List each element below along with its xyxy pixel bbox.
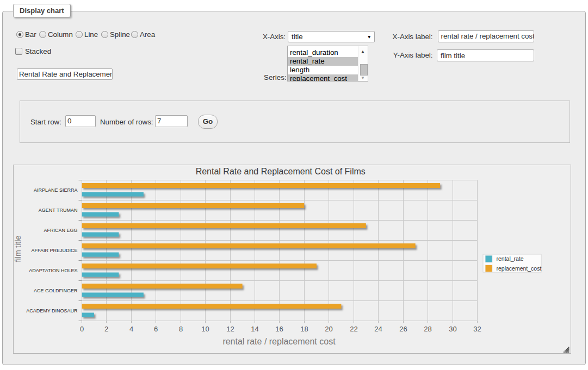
svg-text:12: 12 <box>226 325 234 333</box>
svg-text:rental rate / replacement cost: rental rate / replacement cost <box>222 337 336 346</box>
svg-text:rental_rate: rental_rate <box>497 255 524 262</box>
svg-text:AGENT TRUMAN: AGENT TRUMAN <box>39 208 78 213</box>
svg-text:8: 8 <box>179 325 183 333</box>
svg-text:6: 6 <box>154 325 158 333</box>
svg-text:10: 10 <box>201 325 209 333</box>
svg-text:26: 26 <box>399 325 407 333</box>
svg-text:AFFAIR PREJUDICE: AFFAIR PREJUDICE <box>31 248 77 253</box>
svg-text:AIRPLANE SIERRA: AIRPLANE SIERRA <box>34 187 78 193</box>
svg-text:ADAPTATION HOLES: ADAPTATION HOLES <box>29 268 77 273</box>
svg-text:ACE GOLDFINGER: ACE GOLDFINGER <box>34 288 78 293</box>
svg-text:Rental Rate and Replacement Co: Rental Rate and Replacement Cost of Film… <box>196 167 366 176</box>
svg-text:14: 14 <box>251 325 258 333</box>
svg-text:30: 30 <box>449 325 456 333</box>
svg-text:film title: film title <box>14 235 22 262</box>
svg-text:20: 20 <box>325 325 332 333</box>
svg-text:32: 32 <box>473 325 481 333</box>
svg-text:ACADEMY DINOSAUR: ACADEMY DINOSAUR <box>26 308 78 313</box>
svg-text:0: 0 <box>80 325 84 333</box>
svg-text:28: 28 <box>424 325 431 333</box>
svg-text:16: 16 <box>275 325 283 333</box>
svg-text:24: 24 <box>374 325 382 333</box>
svg-text:4: 4 <box>129 325 133 333</box>
svg-text:22: 22 <box>350 325 357 333</box>
svg-text:2: 2 <box>104 325 108 333</box>
svg-text:18: 18 <box>300 325 308 333</box>
svg-text:AFRICAN EGG: AFRICAN EGG <box>44 228 77 233</box>
svg-text:replacement_cost: replacement_cost <box>497 265 542 272</box>
